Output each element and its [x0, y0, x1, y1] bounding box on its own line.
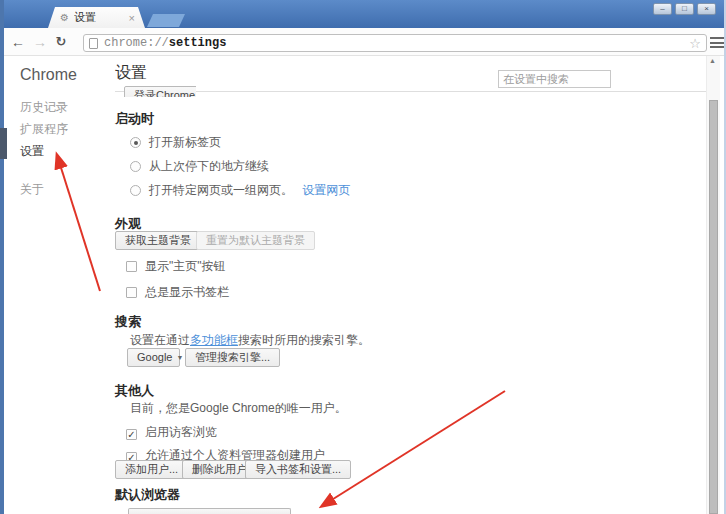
radio-label: 从上次停下的地方继续: [149, 159, 269, 173]
bookmark-star-icon[interactable]: ☆: [226, 36, 701, 51]
back-icon[interactable]: ←: [9, 33, 27, 51]
reload-icon[interactable]: ↻: [52, 33, 70, 51]
signin-section-clipped: 登录Chrome: [124, 85, 196, 97]
checkbox-label: 启用访客浏览: [145, 425, 217, 439]
page-title: 设置: [115, 63, 147, 84]
search-description: 设置在通过多功能框搜索时所用的搜索引擎。: [130, 332, 370, 349]
scrollbar-thumb[interactable]: [709, 100, 718, 514]
annotation-arrows: [0, 0, 726, 514]
chrome-brand-label: Chrome: [20, 66, 77, 84]
show-bookmarks-row: 总是显示书签栏: [126, 284, 229, 301]
browser-window: – □ × ⚙ 设置 × ← → ↻ chrome:// settings ☆ …: [0, 0, 726, 514]
left-edge-marker: [0, 128, 7, 159]
get-themes-button[interactable]: 获取主题背景: [115, 231, 201, 250]
url-scheme: chrome://: [104, 36, 169, 50]
window-maximize-button[interactable]: □: [675, 3, 694, 15]
checkbox-checked-icon[interactable]: ✓: [126, 429, 137, 440]
show-home-row: 显示"主页"按钮: [126, 258, 226, 275]
search-desc-text: 搜索时所用的搜索引擎。: [238, 333, 370, 347]
omnibox-link[interactable]: 多功能框: [190, 333, 238, 347]
radio-selected-icon[interactable]: [130, 137, 141, 148]
window-border-left: [0, 0, 4, 514]
default-browser-section-title: 默认浏览器: [115, 486, 180, 504]
search-settings-input[interactable]: [498, 70, 611, 88]
gear-icon: ⚙: [60, 12, 69, 23]
checkbox-icon[interactable]: [126, 287, 137, 298]
radio-label: 打开新标签页: [149, 135, 221, 149]
search-engine-dropdown[interactable]: Google▼: [127, 348, 180, 367]
page-icon: [89, 38, 98, 49]
forward-icon: →: [31, 33, 49, 51]
reset-theme-button: 重置为默认主题背景: [196, 231, 315, 250]
scrollbar-up-icon[interactable]: ▲: [709, 57, 716, 64]
checkbox-label: 显示"主页"按钮: [145, 259, 226, 273]
chevron-down-icon: ▼: [176, 354, 183, 361]
url-path: settings: [169, 36, 227, 50]
checkbox-icon[interactable]: [126, 261, 137, 272]
arrow-to-settings: [57, 155, 100, 291]
sidebar-item-about[interactable]: 关于: [20, 181, 44, 198]
guest-browsing-row: ✓启用访客浏览: [126, 424, 217, 441]
manage-search-engines-button[interactable]: 管理搜索引擎...: [185, 348, 280, 367]
import-bookmarks-button[interactable]: 导入书签和设置...: [245, 460, 351, 479]
add-user-button[interactable]: 添加用户...: [115, 460, 188, 479]
radio-label: 打开特定网页或一组网页。: [149, 183, 293, 197]
search-section-title: 搜索: [115, 313, 141, 331]
tab-title: 设置: [74, 10, 125, 25]
address-bar[interactable]: chrome:// settings ☆: [83, 34, 707, 52]
tab-close-icon[interactable]: ×: [129, 12, 135, 24]
users-section-title: 其他人: [115, 382, 154, 400]
menu-icon[interactable]: [710, 37, 724, 48]
sidebar-item-history[interactable]: 历史记录: [20, 99, 68, 116]
header-divider: [115, 91, 706, 92]
arrow-to-default-browser: [322, 391, 505, 506]
checkbox-label: 总是显示书签栏: [145, 285, 229, 299]
window-minimize-button[interactable]: –: [653, 3, 672, 15]
sidebar-item-settings[interactable]: 设置: [20, 143, 44, 160]
startup-section-title: 启动时: [115, 110, 154, 128]
startup-option-pages: 打开特定网页或一组网页。 设置网页: [130, 182, 350, 199]
new-tab-button[interactable]: [147, 14, 185, 27]
users-description: 目前，您是Google Chrome的唯一用户。: [130, 400, 347, 417]
search-desc-text: 设置在通过: [130, 333, 190, 347]
signin-button[interactable]: 登录Chrome: [124, 86, 196, 97]
radio-icon[interactable]: [130, 185, 141, 196]
set-pages-link[interactable]: 设置网页: [302, 183, 350, 197]
radio-icon[interactable]: [130, 161, 141, 172]
search-engine-value: Google: [137, 351, 172, 363]
make-default-browser-button[interactable]: [128, 508, 291, 514]
sidebar-item-extensions[interactable]: 扩展程序: [20, 121, 68, 138]
window-close-button[interactable]: ×: [697, 3, 716, 15]
tab-settings[interactable]: ⚙ 设置 ×: [48, 7, 145, 28]
startup-option-continue: 从上次停下的地方继续: [130, 158, 269, 175]
startup-option-newtab: 打开新标签页: [130, 134, 221, 151]
